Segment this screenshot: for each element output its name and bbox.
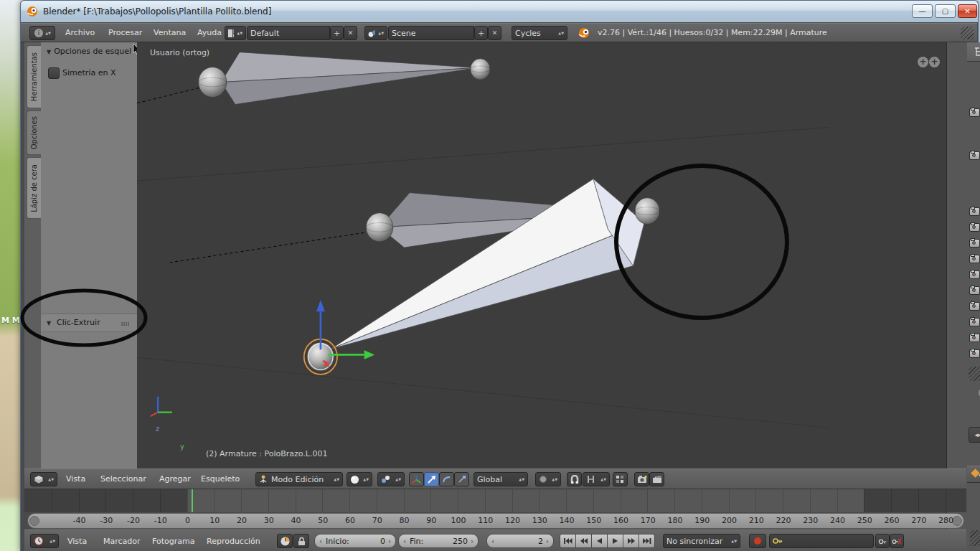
mini-axis-gizmo (151, 397, 172, 416)
ruler-tick-label: 110 (473, 516, 498, 525)
proportional-edit-dropdown[interactable]: ▲▼ (535, 472, 561, 486)
outliner-camera-toggle-icon[interactable] (969, 255, 980, 263)
shading-dropdown[interactable]: ▲▼ (347, 472, 372, 486)
snap-target-button[interactable] (613, 472, 628, 486)
sync-mode-dropdown[interactable]: No sincronizar▲▼ (663, 534, 740, 548)
delete-scene-button[interactable]: ✕ (488, 26, 501, 40)
frame-start-field[interactable]: ‹ Inicio: 0 › (314, 534, 396, 548)
tl-menu-marcador[interactable]: Marcador (99, 533, 145, 550)
play-reverse-button[interactable] (591, 534, 608, 548)
ruler-tick-label: 120 (501, 516, 525, 525)
menu-ventana[interactable]: Ventana (149, 24, 190, 42)
tab-lapiz-de-cera[interactable]: Lápiz de cera (27, 157, 41, 219)
cube-icon (34, 475, 44, 484)
vp-menu-agregar[interactable]: Agregar (155, 471, 195, 488)
simetria-checkbox[interactable] (48, 67, 60, 79)
bottom-editor-header[interactable] (967, 466, 980, 483)
preview-range-toggle[interactable] (277, 534, 293, 548)
render-engine-dropdown[interactable]: Cycles▲▼ (512, 26, 567, 40)
add-layout-button[interactable]: + (330, 26, 344, 40)
orientation-dropdown[interactable]: Global▲▼ (473, 472, 528, 486)
tl-menu-reproduccion[interactable]: Reproducción (202, 533, 265, 550)
editor-type-timeline-button[interactable]: ▲▼ (30, 534, 59, 548)
outliner-camera-toggle-icon[interactable] (969, 239, 980, 248)
tl-menu-fotograma[interactable]: Fotograma (148, 533, 199, 550)
pivot-dropdown[interactable]: ▲▼ (377, 472, 405, 486)
corner-resize-grip[interactable] (961, 27, 974, 39)
opengl-render-button[interactable] (634, 472, 649, 486)
next-keyframe-button[interactable] (623, 534, 639, 548)
frame-end-field[interactable]: ‹ Fin: 250 › (398, 534, 479, 548)
jump-to-end-button[interactable] (639, 534, 655, 548)
panel-drag-dots[interactable] (121, 322, 123, 324)
expand-region-button-2[interactable]: + (929, 57, 940, 67)
vp-menu-esqueleto[interactable]: Esqueleto (197, 471, 244, 488)
auto-keyframe-record-button[interactable] (749, 534, 766, 548)
add-scene-button[interactable]: + (474, 26, 488, 40)
manipulator-translate-button[interactable] (424, 472, 439, 486)
desktop-icon-labels[interactable]: M M (1, 316, 20, 325)
magnet-icon (570, 475, 579, 484)
outliner-camera-toggle-icon[interactable] (969, 286, 980, 295)
editor-type-info-button[interactable]: i ▲▼ (29, 26, 55, 40)
title-bar[interactable]: Blender* [F:\Trabajos\Pollopolis\Plantil… (21, 1, 978, 22)
outliner-camera-toggle-icon[interactable] (969, 108, 980, 117)
panel-header-clic-extruir[interactable]: ▼ Clic-Extruir (41, 314, 137, 332)
key-icon (773, 537, 783, 545)
snap-element-dropdown[interactable]: ▲▼ (583, 472, 610, 486)
outliner-camera-toggle-icon[interactable] (969, 334, 980, 342)
timeline-ruler-scrollbar[interactable]: -40-30-20-100102030405060708090100110120… (27, 513, 964, 529)
outliner-camera-toggle-icon[interactable] (969, 223, 980, 232)
expand-region-button[interactable]: + (918, 57, 928, 67)
maximize-button[interactable]: ▢ (935, 4, 956, 18)
scrollbar-left-cap[interactable] (29, 516, 39, 526)
editor-type-3dview-button[interactable]: ▲▼ (30, 472, 57, 486)
timeline-canvas[interactable] (24, 489, 966, 512)
menu-procesar[interactable]: Procesar (104, 24, 146, 42)
viewport-3d[interactable]: Usuario (ortog) (137, 42, 946, 468)
play-button[interactable] (607, 534, 623, 548)
corner-resize-grip[interactable] (969, 367, 980, 381)
delete-layout-button[interactable]: ✕ (344, 26, 357, 40)
timeline-playhead[interactable] (192, 489, 193, 512)
close-button[interactable]: ✕ (958, 4, 977, 18)
vp-menu-seleccionar[interactable]: Seleccionar (96, 471, 151, 488)
screen-layout-icon-dropdown[interactable]: ▲▼ (225, 26, 246, 40)
outliner-camera-toggle-icon[interactable] (969, 270, 980, 279)
menu-ayuda[interactable]: Ayuda (193, 24, 226, 42)
insert-keyframe-button[interactable] (875, 534, 890, 548)
minimize-button[interactable]: — (912, 4, 933, 18)
vp-menu-vista[interactable]: Vista (62, 471, 90, 488)
tab-herramientas[interactable]: Herramientas (27, 45, 41, 108)
manipulator-rotate-button[interactable] (439, 472, 454, 486)
corner-resize-grip-2[interactable] (970, 530, 980, 546)
manipulator-scale-button[interactable] (454, 472, 469, 486)
mode-dropdown[interactable]: Modo Edición▲▼ (255, 472, 343, 486)
ruler-tick-label: 40 (284, 516, 308, 525)
opengl-render-anim-button[interactable] (649, 472, 664, 486)
outliner-camera-toggle-icon[interactable] (969, 302, 980, 311)
panel-header-opciones-esqueleto[interactable]: ▼Opciones de esquel (47, 47, 136, 56)
lock-frame-toggle[interactable] (293, 534, 309, 548)
outliner-camera-toggle-icon[interactable] (969, 318, 980, 326)
armature-scene[interactable] (137, 42, 946, 468)
screen-layout-name-field[interactable]: Default (247, 26, 330, 40)
tab-opciones[interactable]: Opciones (27, 110, 42, 155)
menu-archivo[interactable]: Archivo (61, 24, 99, 42)
outliner-camera-toggle-icon[interactable] (969, 349, 980, 358)
tl-menu-vista[interactable]: Vista (63, 533, 91, 550)
prev-keyframe-button[interactable] (575, 534, 592, 548)
manipulator-toggle-button[interactable] (409, 472, 424, 486)
outliner-camera-toggle-icon[interactable] (969, 151, 980, 160)
outliner-camera-toggle-icon[interactable] (969, 207, 980, 216)
snap-toggle-button[interactable] (567, 472, 582, 486)
scene-icon-dropdown[interactable]: ▲▼ (364, 26, 387, 40)
scene-name-field[interactable]: Scene (388, 26, 474, 40)
properties-editor-icon[interactable]: ◂▸ (969, 427, 980, 443)
key-x-icon (892, 537, 902, 545)
keying-set-field[interactable] (769, 534, 874, 548)
jump-to-start-button[interactable] (560, 534, 576, 548)
current-frame-field[interactable]: ‹ 2 › (486, 534, 554, 548)
screen: { "window": { "title": "Blender* [F:\\Tr… (0, 0, 980, 551)
delete-keyframe-button[interactable] (890, 534, 904, 548)
